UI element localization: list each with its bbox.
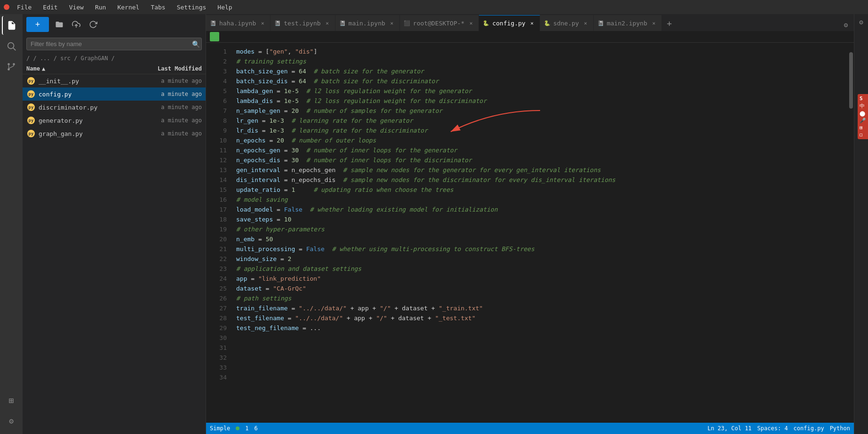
file-modified-config: a minute ago [141,91,202,97]
svg-line-1 [13,48,16,50]
scrollbar[interactable] [848,43,854,423]
tab-main[interactable]: 📓 main.ipynb ✕ [335,15,400,31]
search-container: 🔍 [23,35,206,53]
tab-icon-sdne: 🐍 [544,20,550,26]
status-file: config.py [794,425,824,432]
menu-kernel[interactable]: Kernel [115,3,141,12]
settings-icon[interactable]: ⚙ [840,19,852,31]
status-mode: Simple [210,425,230,432]
file-name-graphgan: graph_gan.py [39,130,141,137]
tab-close-test[interactable]: ✕ [324,19,331,27]
status-language: Python [830,425,850,432]
column-name[interactable]: Name ▲ [26,65,141,72]
csdn-icon4[interactable]: ⊞ [860,125,866,131]
tab-config[interactable]: 🐍 config.py ✕ [479,15,540,31]
tab-icon-main2: 📓 [597,20,604,26]
status-line: 1 [245,425,248,432]
status-bar-right: Ln 23, Col 11 Spaces: 4 config.py Python [708,425,850,432]
tab-main2[interactable]: 📓 main2.ipynb ✕ [594,15,662,31]
status-spaces: Spaces: 4 [757,425,788,432]
csdn-toolbar[interactable]: S 中 ⬤ 🎤 ⊞ ◻ [858,94,868,139]
tab-name-main: main.ipynb [349,20,385,27]
open-folder-button[interactable] [53,18,66,31]
menu-bar[interactable]: File Edit View Run Kernel Tabs Settings … [15,3,234,12]
file-item-graphgan[interactable]: py graph_gan.py a minute ago [23,127,206,140]
sidebar-toolbar: + [23,14,206,35]
new-button[interactable]: + [26,17,49,32]
tab-icon-main: 📓 [339,20,346,26]
tab-close-config[interactable]: ✕ [528,20,536,27]
file-item-generator[interactable]: py generator.py a minute ago [23,114,206,127]
tab-name-main2: main2.ipynb [607,20,647,27]
main-layout: ⊞ ⚙ + 🔍 / / ... / src / GraphGAN / [0,14,868,434]
file-modified-graphgan: a minute ago [141,130,202,137]
file-name-init: __init__.py [39,78,141,85]
editor-area: 📓 haha.ipynb ✕ 📓 test.ipynb ✕ 📓 main.ipy… [206,14,854,434]
breadcrumb: / / ... / src / GraphGAN / [23,53,206,63]
status-dot [236,426,239,430]
sidebar: + 🔍 / / ... / src / GraphGAN / Name ▲ [23,14,206,434]
menu-tabs[interactable]: Tabs [149,3,167,12]
menu-edit[interactable]: Edit [41,3,59,12]
tab-terminal[interactable]: ⬛ root@DESKTOP-* ✕ [400,15,479,31]
scrollbar-thumb[interactable] [849,52,853,109]
file-modified-generator: a minute ago [141,117,202,124]
activity-bar: ⊞ ⚙ [0,14,23,434]
menu-view[interactable]: View [67,3,86,12]
file-name-config: config.py [39,91,141,98]
svg-point-0 [8,43,14,49]
code-content[interactable]: modes = ["gen", "dis"]# training setting… [231,43,848,423]
code-editor[interactable]: 1234567891011121314151617181920212223242… [206,43,854,423]
csdn-icon1[interactable]: 中 [860,103,866,110]
csdn-logo: S [860,95,866,102]
upload-button[interactable] [70,18,83,31]
tab-close-sdne[interactable]: ✕ [582,19,589,27]
tab-name-haha: haha.ipynb [219,20,256,27]
tab-bar: 📓 haha.ipynb ✕ 📓 test.ipynb ✕ 📓 main.ipy… [206,14,854,31]
file-modified-discriminator: a minute ago [141,104,202,110]
activity-search[interactable] [2,37,21,55]
menu-settings[interactable]: Settings [175,3,208,12]
tab-icon-test: 📓 [274,20,281,26]
line-numbers: 1234567891011121314151617181920212223242… [206,43,231,423]
column-modified[interactable]: Last Modified [141,65,202,72]
search-input[interactable] [26,38,202,50]
menu-help[interactable]: Help [215,3,234,12]
activity-extensions[interactable]: ⊞ [2,391,21,410]
tab-add-button[interactable]: + [662,15,677,31]
csdn-icon3[interactable]: 🎤 [860,118,866,124]
tab-sdne[interactable]: 🐍 sdne.py ✕ [540,15,594,31]
file-icon-graphgan: py [26,129,36,138]
file-icon-generator: py [26,116,36,125]
tab-haha[interactable]: 📓 haha.ipynb ✕ [206,15,271,31]
tab-close-main2[interactable]: ✕ [650,19,658,27]
file-item-init[interactable]: py __init__.py a minute ago [23,74,206,87]
tab-close-haha[interactable]: ✕ [259,19,266,27]
menu-file[interactable]: File [15,3,33,12]
tab-test[interactable]: 📓 test.ipynb ✕ [271,15,335,31]
tab-close-main[interactable]: ✕ [388,19,396,27]
csdn-icon5[interactable]: ◻ [860,132,866,138]
svg-point-4 [13,63,15,65]
menu-run[interactable]: Run [93,3,108,12]
tab-icon-terminal: ⬛ [404,20,410,26]
tab-name-sdne: sdne.py [553,20,579,27]
right-panel: ⚙ [854,14,868,434]
file-icon-init: py [26,76,36,86]
file-list: py __init__.py a minute ago py config.py… [23,74,206,434]
tab-close-terminal[interactable]: ✕ [467,19,475,27]
file-modified-init: a minute ago [141,78,202,84]
activity-files[interactable] [2,16,21,35]
run-indicator [210,32,219,41]
activity-git[interactable] [2,57,21,76]
refresh-button[interactable] [87,18,100,31]
search-icon-button[interactable]: 🔍 [192,40,200,48]
activity-settings[interactable]: ⚙ [2,411,21,430]
status-bar: Simple 1 6 Ln 23, Col 11 Spaces: 4 confi… [206,423,854,434]
file-item-discriminator[interactable]: py discriminator.py a minute ago [23,101,206,114]
file-item-config[interactable]: py config.py a minute ago [23,87,206,101]
file-icon-config: py [26,89,36,99]
right-icon-settings[interactable]: ⚙ [855,16,868,28]
csdn-icon2[interactable]: ⬤ [860,110,866,117]
file-icon-discriminator: py [26,103,36,112]
